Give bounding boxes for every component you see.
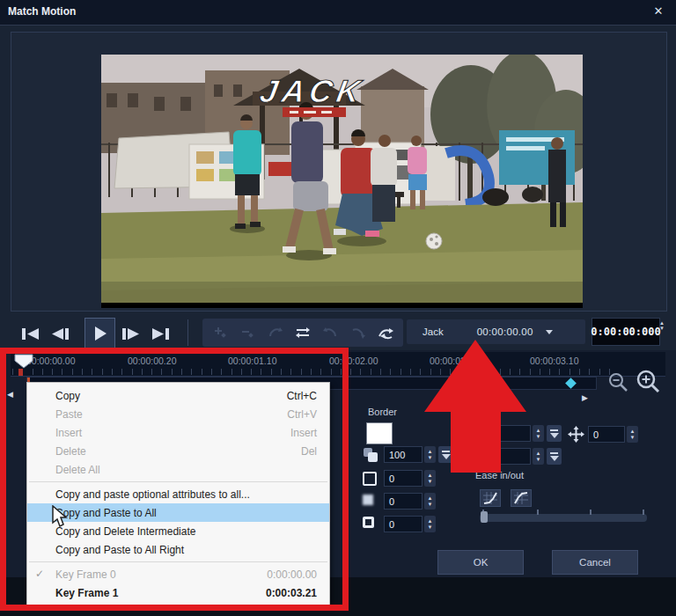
svg-text:JACK: JACK: [257, 73, 367, 109]
menu-item-copy-paste-all-right[interactable]: Copy and Paste to All Right: [27, 540, 329, 559]
menu-separator: [29, 561, 327, 562]
check-icon: ✓: [35, 568, 44, 580]
menu-label: Key Frame 1: [55, 587, 118, 599]
go-to-end-button[interactable]: [150, 322, 173, 345]
param-field-2[interactable]: [482, 448, 531, 465]
menu-shortcut: Ctrl+C: [287, 390, 317, 402]
menu-shortcut: Insert: [290, 427, 317, 439]
previous-frame-button[interactable]: [49, 322, 72, 345]
opacity-keyframe-button[interactable]: [438, 446, 453, 463]
glow-value: 0: [389, 519, 394, 530]
ease-in-curve-button[interactable]: [319, 322, 342, 343]
param-keyframe-button-2[interactable]: [547, 448, 562, 465]
dialog-title: Match Motion: [8, 5, 76, 18]
funnel-down-icon: [442, 454, 451, 459]
border-color-swatch[interactable]: [366, 422, 393, 444]
video-preview: JACK: [101, 55, 583, 308]
menu-item-copy-delete-intermediate[interactable]: Copy and Delete Intermediate: [27, 522, 329, 540]
cancel-button[interactable]: Cancel: [552, 550, 638, 575]
timeline-scroll-right[interactable]: ▶: [582, 393, 588, 402]
move-position-icon: [568, 426, 584, 446]
menu-label: Paste: [55, 408, 83, 421]
position-stepper[interactable]: ▲▼: [627, 426, 638, 443]
border-size-value: 0: [389, 473, 394, 484]
menu-label: Copy: [55, 390, 80, 402]
param-field-1[interactable]: [482, 425, 531, 442]
menu-item-keyframe-0[interactable]: ✓Key Frame 00:00:00.00: [27, 565, 329, 583]
zoom-in-icon: [636, 370, 660, 393]
menu-item-delete-all[interactable]: Delete All: [27, 460, 329, 479]
timecode-display[interactable]: 0:00:00:000: [592, 318, 660, 346]
glow-field[interactable]: 0: [384, 516, 422, 532]
menu-label: Copy and Paste to All Right: [55, 544, 184, 556]
keyframe-toolbar: [202, 319, 403, 347]
go-to-start-button[interactable]: [19, 322, 42, 345]
cancel-label: Cancel: [579, 557, 611, 568]
menu-item-copy-paste-optional[interactable]: Copy and paste optional attributes to al…: [27, 485, 329, 503]
toolbar-divider: [187, 319, 188, 346]
menu-item-delete[interactable]: DeleteDel: [27, 442, 329, 460]
slider-tick: [643, 510, 644, 515]
param-stepper-2[interactable]: ▲▼: [533, 448, 544, 465]
play-icon: [93, 326, 107, 341]
menu-item-copy[interactable]: CopyCtrl+C: [27, 386, 329, 405]
arrow-down-icon: ▼: [428, 502, 433, 508]
param-keyframe-button-1[interactable]: [547, 425, 562, 442]
funnel-down-icon: [550, 433, 559, 438]
next-frame-button[interactable]: [120, 322, 143, 345]
shuffle-keyframes-button[interactable]: [374, 322, 397, 343]
slider-tick: [537, 510, 539, 515]
match-motion-dialog: Match Motion ✕: [0, 0, 676, 616]
clip-time: 00:00:00.00: [477, 326, 533, 337]
position-value: 0: [593, 429, 599, 440]
ease-out-curve-button[interactable]: [347, 322, 370, 343]
reverse-keyframes-button[interactable]: [291, 322, 314, 343]
menu-item-keyframe-1[interactable]: Key Frame 10:00:03.21: [27, 583, 329, 602]
border-size-field[interactable]: 0: [384, 470, 422, 487]
soft-edge-icon: [363, 495, 373, 505]
ease-out-button[interactable]: [511, 489, 532, 507]
remove-keyframe-icon: [240, 326, 254, 339]
menu-item-paste[interactable]: PasteCtrl+V: [27, 405, 329, 423]
ease-slider-thumb[interactable]: [481, 511, 488, 523]
ease-in-button[interactable]: [480, 489, 501, 507]
position-field[interactable]: 0: [588, 426, 625, 443]
keyframe-time: 0:00:00.00: [267, 568, 317, 581]
opacity-field[interactable]: 100: [384, 446, 422, 463]
timecode-value: 0:00:00:000: [591, 326, 660, 338]
ok-label: OK: [474, 557, 489, 568]
ok-button[interactable]: OK: [437, 550, 524, 575]
go-to-start-icon: [21, 327, 40, 341]
add-keyframe-button[interactable]: [209, 322, 231, 343]
zoom-out-button[interactable]: [608, 372, 628, 396]
menu-label: Delete: [55, 445, 86, 458]
param-stepper-1[interactable]: ▲▼: [533, 425, 544, 442]
ease-out-grid-icon: [514, 492, 528, 504]
menu-label: Copy and Paste to All: [55, 507, 157, 519]
menu-label: Copy and paste optional attributes to al…: [55, 488, 250, 501]
ease-slider[interactable]: [480, 514, 647, 522]
timecode-stepper[interactable]: ▲▼: [659, 320, 665, 331]
keyframe-context-menu: CopyCtrl+C PasteCtrl+V InsertInsert Dele…: [26, 382, 330, 605]
video-frame-art: JACK: [101, 55, 583, 308]
border-size-stepper[interactable]: ▲▼: [424, 470, 436, 487]
menu-item-insert[interactable]: InsertInsert: [27, 423, 329, 442]
opacity-stepper[interactable]: ▲▼: [424, 446, 436, 463]
remove-keyframe-button[interactable]: [236, 322, 259, 343]
play-button[interactable]: [84, 318, 115, 348]
menu-item-copy-paste-to-all[interactable]: Copy and Paste to All: [27, 503, 329, 522]
soft-edge-field[interactable]: 0: [384, 493, 422, 510]
menu-label: Key Frame 0: [55, 568, 116, 581]
glow-stepper[interactable]: ▲▼: [424, 516, 436, 532]
soft-edge-stepper[interactable]: ▲▼: [424, 493, 436, 510]
ruler-label: 00:00:01.10: [228, 356, 307, 366]
clip-selector-dropdown[interactable]: Jack 00:00:00.00: [407, 319, 585, 344]
close-icon[interactable]: ✕: [650, 4, 667, 20]
ruler-label: 00:00:00.20: [128, 356, 207, 366]
scrubber-marker[interactable]: [14, 354, 33, 372]
scrubber-marker-icon: [14, 354, 33, 369]
timeline-scroll-left[interactable]: ◀: [7, 390, 13, 399]
zoom-in-button[interactable]: [636, 370, 660, 397]
menu-shortcut: Ctrl+V: [287, 408, 317, 421]
keyframe-curve-button[interactable]: [264, 322, 287, 343]
